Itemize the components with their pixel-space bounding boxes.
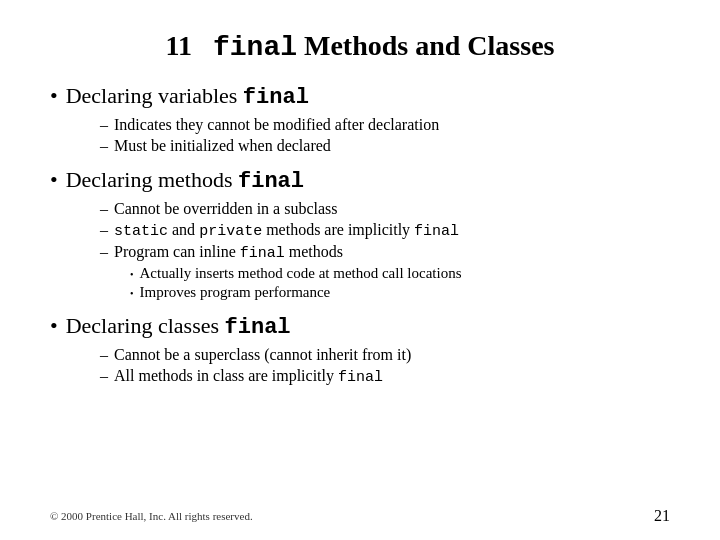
variables-sub-list: – Indicates they cannot be modified afte… xyxy=(100,116,670,155)
inline-final-code: final xyxy=(240,245,285,262)
methods-sub-text-3: Program can inline final methods xyxy=(114,243,343,262)
methods-sub-sub-item-1: • Actually inserts method code at method… xyxy=(130,265,670,282)
sub-sub-text-2: Improves program performance xyxy=(140,284,331,301)
all-final-code: final xyxy=(338,369,383,386)
page-number: 21 xyxy=(654,507,670,525)
methods-sub-text-2: static and private methods are implicitl… xyxy=(114,221,459,240)
dash-7: – xyxy=(100,367,108,385)
footer: © 2000 Prentice Hall, Inc. All rights re… xyxy=(50,507,670,525)
methods-sub-item-3: – Program can inline final methods xyxy=(100,243,670,262)
classes-sub-item-1: – Cannot be a superclass (cannot inherit… xyxy=(100,346,670,364)
dash-4: – xyxy=(100,221,108,239)
classes-sub-item-2: – All methods in class are implicitly fi… xyxy=(100,367,670,386)
classes-sub-list: – Cannot be a superclass (cannot inherit… xyxy=(100,346,670,386)
variables-sub-item-2: – Must be initialized when declared xyxy=(100,137,670,155)
implicitly-final-code: final xyxy=(414,223,459,240)
private-code: private xyxy=(199,223,262,240)
slide: 11 final Methods and Classes • Declaring… xyxy=(0,0,720,540)
title-code: final xyxy=(213,32,297,63)
methods-sub-sub-item-2: • Improves program performance xyxy=(130,284,670,301)
bullet-variables-text: Declaring variables final xyxy=(66,83,309,110)
section-variables: • Declaring variables final – Indicates … xyxy=(50,83,670,155)
dash-5: – xyxy=(100,243,108,261)
dash-3: – xyxy=(100,200,108,218)
classes-sub-text-1: Cannot be a superclass (cannot inherit f… xyxy=(114,346,411,364)
bullet-methods-text: Declaring methods final xyxy=(66,167,304,194)
methods-final-code: final xyxy=(238,169,304,194)
static-code: static xyxy=(114,223,168,240)
variables-final-code: final xyxy=(243,85,309,110)
section-classes: • Declaring classes final – Cannot be a … xyxy=(50,313,670,386)
dash-6: – xyxy=(100,346,108,364)
variables-sub-item-1: – Indicates they cannot be modified afte… xyxy=(100,116,670,134)
section-methods: • Declaring methods final – Cannot be ov… xyxy=(50,167,670,301)
methods-sub-sub-list: • Actually inserts method code at method… xyxy=(130,265,670,301)
dash-2: – xyxy=(100,137,108,155)
title-suffix: Methods and Classes xyxy=(304,30,554,61)
bullet-dot-1: • xyxy=(50,83,58,109)
methods-sub-list: – Cannot be overridden in a subclass – s… xyxy=(100,200,670,301)
variables-sub-text-1: Indicates they cannot be modified after … xyxy=(114,116,439,134)
variables-sub-text-2: Must be initialized when declared xyxy=(114,137,331,155)
methods-sub-item-2: – static and private methods are implici… xyxy=(100,221,670,240)
dash-1: – xyxy=(100,116,108,134)
sub-bullet-1: • xyxy=(130,269,134,280)
methods-sub-text-1: Cannot be overridden in a subclass xyxy=(114,200,338,218)
classes-sub-text-2: All methods in class are implicitly fina… xyxy=(114,367,383,386)
bullet-dot-2: • xyxy=(50,167,58,193)
bullet-dot-3: • xyxy=(50,313,58,339)
bullet-variables: • Declaring variables final xyxy=(50,83,670,110)
copyright-text: © 2000 Prentice Hall, Inc. All rights re… xyxy=(50,510,253,522)
sub-bullet-2: • xyxy=(130,288,134,299)
sub-sub-text-1: Actually inserts method code at method c… xyxy=(140,265,462,282)
title-number: 11 xyxy=(166,30,192,61)
slide-title: 11 final Methods and Classes xyxy=(50,30,670,63)
methods-sub-item-1: – Cannot be overridden in a subclass xyxy=(100,200,670,218)
classes-final-code: final xyxy=(225,315,291,340)
bullet-methods: • Declaring methods final xyxy=(50,167,670,194)
bullet-classes-text: Declaring classes final xyxy=(66,313,291,340)
bullet-classes: • Declaring classes final xyxy=(50,313,670,340)
